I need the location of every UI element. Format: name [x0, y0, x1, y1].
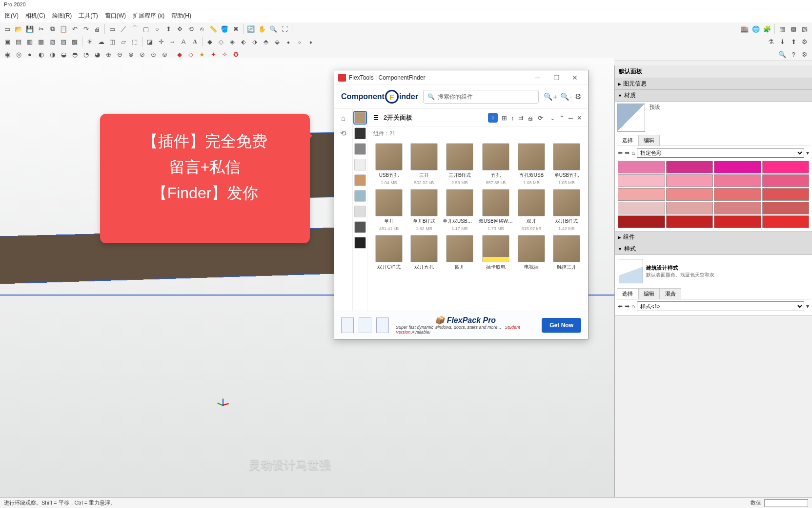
menu-tools[interactable]: 工具(T) — [76, 11, 101, 21]
axes-icon[interactable]: ✛ — [156, 36, 166, 47]
home-icon[interactable]: ⌂ — [631, 149, 635, 156]
plugin-d-icon[interactable]: ⬖ — [238, 36, 249, 47]
color-swatch[interactable] — [666, 215, 713, 228]
plugin-a-icon[interactable]: ◆ — [204, 36, 215, 47]
folder-thumb[interactable] — [354, 237, 366, 249]
box1-icon[interactable]: ▦ — [777, 23, 788, 34]
folder-thumb[interactable] — [354, 159, 366, 170]
globe-icon[interactable]: 🌐 — [751, 23, 761, 34]
color-swatch[interactable] — [618, 161, 665, 173]
component-card[interactable]: 双开B样式1.42 MB — [550, 189, 583, 231]
help-icon[interactable]: ? — [788, 49, 799, 60]
tab-edit-styles[interactable]: 编辑 — [638, 288, 660, 299]
component-card[interactable]: 双开615.97 kB — [515, 189, 548, 231]
folder-thumb[interactable] — [354, 221, 366, 233]
color-swatch[interactable] — [714, 161, 761, 173]
component-card[interactable]: 单开481.41 kB — [372, 189, 406, 231]
tab-mix-styles[interactable]: 混合 — [660, 288, 681, 299]
minimize-button[interactable]: ─ — [528, 71, 547, 85]
zoom-icon[interactable]: 🔍 — [268, 23, 279, 34]
pan-icon[interactable]: ✋ — [257, 23, 267, 34]
component-card[interactable]: 三开502.02 kB — [407, 143, 441, 185]
history-icon[interactable]: ⟲ — [338, 127, 349, 139]
line-icon[interactable]: ／ — [118, 23, 129, 34]
fog-icon[interactable]: ☁ — [96, 36, 106, 47]
components-panel-header[interactable]: ▶组件 — [615, 232, 812, 243]
component-card[interactable]: 单USB五孔1.03 MB — [550, 143, 583, 185]
rotate-icon[interactable]: ⟲ — [185, 23, 196, 34]
open-file-icon[interactable]: 📂 — [13, 23, 24, 34]
menu-extensions[interactable]: 扩展程序 (x) — [130, 11, 167, 21]
color-mode-select[interactable]: 指定色彩 — [637, 148, 804, 158]
zoom-in-icon[interactable]: 🔍+ — [544, 92, 557, 101]
styles-panel-header[interactable]: ▼样式 — [615, 243, 812, 255]
folder-thumb[interactable] — [354, 127, 366, 139]
tree-icon[interactable]: ⇉ — [518, 114, 524, 122]
component-card[interactable]: 五孔双USB1.08 MB — [515, 143, 548, 185]
measurement-input[interactable] — [764, 499, 808, 507]
copy-icon[interactable]: ⧉ — [47, 23, 58, 34]
color-swatch[interactable] — [666, 174, 713, 187]
component-card[interactable]: 单开双USB五孔1.17 MB — [443, 189, 477, 231]
color-swatch[interactable] — [762, 174, 810, 187]
xray-icon[interactable]: ◫ — [107, 36, 118, 47]
new-file-icon[interactable]: ▭ — [2, 23, 13, 34]
menu-window[interactable]: 窗口(W) — [102, 11, 129, 21]
color-swatch[interactable] — [666, 188, 713, 201]
save-icon[interactable]: 💾 — [24, 23, 35, 34]
footer-product-icon[interactable] — [359, 318, 371, 333]
tab-select-styles[interactable]: 选择 — [617, 288, 638, 299]
sort-icon[interactable]: ↕ — [511, 114, 514, 122]
dropdown-icon[interactable]: ▾ — [806, 149, 809, 156]
eraser-icon[interactable]: ✖ — [230, 23, 241, 34]
wire-icon[interactable]: ▱ — [118, 36, 129, 47]
color-swatch[interactable] — [762, 161, 810, 173]
component-card[interactable]: 五孔657.88 kB — [479, 143, 513, 185]
hidden-icon[interactable]: ⬚ — [129, 36, 140, 47]
materials-panel-header[interactable]: ▼材质 — [615, 90, 812, 102]
orbit-icon[interactable]: 🔄 — [245, 23, 256, 34]
folder-thumb[interactable] — [354, 206, 366, 217]
style-thumbnail[interactable] — [619, 259, 643, 283]
color-swatch[interactable] — [618, 188, 665, 201]
dl-icon[interactable]: ⬇ — [777, 36, 788, 47]
up-icon[interactable]: ⬆ — [788, 36, 799, 47]
dropdown-icon[interactable]: ▾ — [806, 303, 809, 310]
dim-icon[interactable]: ↔ — [167, 36, 178, 47]
view-left-icon[interactable]: ▨ — [58, 36, 69, 47]
material-preview[interactable] — [617, 104, 645, 132]
tab-edit[interactable]: 编辑 — [638, 135, 660, 146]
arc-icon[interactable]: ⌒ — [129, 23, 140, 34]
box3-icon[interactable]: ▧ — [799, 23, 810, 34]
box2-icon[interactable]: ▩ — [788, 23, 799, 34]
add-folder-icon[interactable]: ⊞ — [502, 114, 507, 122]
collapse-up-icon[interactable]: ⌃ — [559, 114, 565, 122]
menu-camera[interactable]: 相机(C) — [22, 11, 48, 21]
component-card[interactable]: 双开五孔 — [407, 235, 441, 272]
color-swatch[interactable] — [666, 202, 713, 214]
nav-fwd-icon[interactable]: ➡ — [625, 303, 629, 310]
plugin-b-icon[interactable]: ◇ — [216, 36, 226, 47]
offset-icon[interactable]: ⎋ — [197, 23, 207, 34]
redo-icon[interactable]: ↷ — [81, 23, 91, 34]
component-card[interactable]: USB五孔1.04 MB — [372, 143, 406, 185]
settings-icon[interactable]: ⚙ — [799, 49, 810, 60]
component-card[interactable]: 双开C样式 — [372, 235, 406, 272]
plugin-i-icon[interactable]: ⬦ — [294, 36, 305, 47]
color-swatch[interactable] — [762, 202, 810, 214]
color-swatch[interactable] — [618, 215, 665, 228]
gear-red-icon[interactable]: ⚙ — [799, 36, 810, 47]
print-icon[interactable]: 🖨 — [528, 114, 534, 122]
folder-thumb[interactable] — [354, 143, 366, 155]
move-icon[interactable]: ✥ — [174, 23, 185, 34]
zoom2-icon[interactable]: 🔍 — [777, 49, 788, 60]
view-back-icon[interactable]: ▧ — [47, 36, 58, 47]
plugin-f-icon[interactable]: ⬘ — [261, 36, 271, 47]
nav-fwd-icon[interactable]: ➡ — [625, 149, 629, 156]
component-card[interactable]: 单开B样式1.62 MB — [407, 189, 441, 231]
tab-select[interactable]: 选择 — [617, 135, 638, 146]
ext-icon[interactable]: 🧩 — [762, 23, 772, 34]
close-panel-icon[interactable]: ✕ — [577, 114, 582, 122]
undo-icon[interactable]: ↶ — [69, 23, 80, 34]
print-icon[interactable]: 🖨 — [92, 23, 102, 34]
